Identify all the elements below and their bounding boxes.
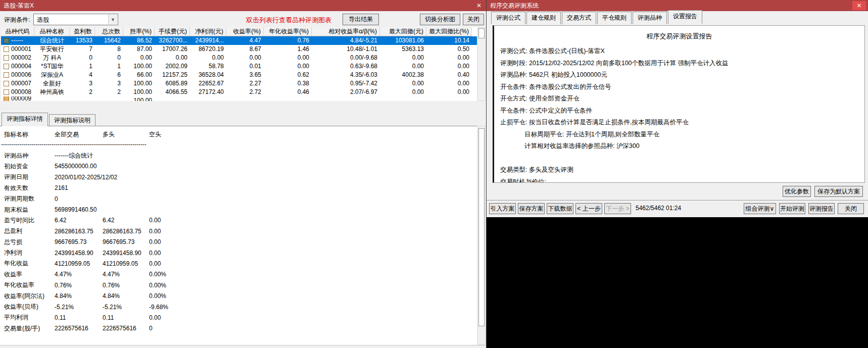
- progress-status: 5462/5462 01:24: [636, 205, 681, 212]
- table-cell: 10.14: [426, 36, 472, 45]
- column-header-11[interactable]: 最大回撤(元): [380, 27, 426, 36]
- report-line: 计算相对收益率选择的参照品种: 沪深300: [500, 140, 858, 153]
- import-plan-button[interactable]: 引入方案: [489, 203, 516, 214]
- details-panel: 指标名称全部交易多头空头 ---------------------------…: [0, 126, 477, 345]
- tab-建仓规则[interactable]: 建仓规则: [526, 12, 561, 24]
- report-line: 开仓方式: 使用全部资金开仓: [500, 93, 858, 105]
- details-row: 净利润243991458.90243991458.900.00: [0, 247, 477, 258]
- table-row[interactable]: 000004*ST国华11100.002002.0958.780.010.000…: [1, 62, 477, 71]
- details-value: 总亏损: [4, 238, 55, 246]
- table-cell: [190, 96, 226, 101]
- details-value: 4.47%: [103, 271, 149, 278]
- table-row[interactable]: 000006深振业A4666.0012157.2536528.043.650.6…: [1, 71, 477, 79]
- summary-icon: [4, 38, 9, 43]
- left-close-icon[interactable]: ✕: [476, 0, 481, 11]
- table-cell: 0: [95, 54, 123, 62]
- table-cell: 3.65: [226, 71, 264, 79]
- column-header-4[interactable]: 总次数: [95, 27, 123, 36]
- details-value: 0: [55, 195, 103, 203]
- table-cell: 8: [95, 45, 123, 54]
- table-cell: 100.00: [123, 62, 155, 71]
- results-table-body: ------综合统计135331564286.523262700...24399…: [1, 36, 477, 101]
- details-vertical-scrollbar[interactable]: [477, 126, 486, 345]
- prev-step-button[interactable]: < 上一步: [575, 203, 602, 214]
- table-cell: 4002.38: [380, 71, 426, 79]
- left-titlebar[interactable]: 选股-落雷X ✕: [0, 0, 486, 11]
- table-cell: 0.00: [426, 79, 472, 88]
- details-value: 9667695.73: [103, 238, 149, 245]
- optimize-params-button[interactable]: 优化参数: [783, 186, 811, 197]
- tab-平仓规则[interactable]: 平仓规则: [597, 12, 632, 24]
- column-header-7[interactable]: 净利润(元): [190, 27, 226, 36]
- details-value: 0.00%: [149, 282, 195, 289]
- tab-设置报告[interactable]: 设置报告: [668, 10, 702, 24]
- column-header-10[interactable]: 相对收益率α/β(%): [312, 27, 380, 36]
- save-as-default-button[interactable]: 保存为默认方案: [814, 186, 863, 197]
- table-cell: 103081.06: [380, 36, 426, 45]
- table-cell: 0.00: [190, 54, 226, 62]
- eval-report-button[interactable]: 评测报告: [808, 203, 835, 214]
- details-row: 总盈利286286163.75286286163.750.00: [0, 226, 477, 236]
- switch-analysis-chart-button[interactable]: 切换分析图: [420, 14, 460, 25]
- tab-评测品种[interactable]: 评测品种: [633, 12, 667, 24]
- tab-评测指标详情[interactable]: 评测指标详情: [2, 113, 48, 126]
- column-header-9[interactable]: 年化收益率(%): [264, 27, 312, 36]
- chevron-down-icon[interactable]: ▼: [108, 15, 117, 24]
- details-horizontal-scrollbar[interactable]: [0, 345, 486, 348]
- stock-icon: [4, 46, 9, 52]
- column-header-1[interactable]: 品种代码: [1, 27, 34, 36]
- table-row[interactable]: 000007全新好33100.006085.8922652.672.270.38…: [1, 79, 477, 88]
- table-cell: 86720.19: [190, 45, 226, 54]
- table-vertical-scrollbar[interactable]: [477, 27, 486, 101]
- details-tabstrip: 评测指标详情评测指标说明: [2, 114, 97, 126]
- table-row[interactable]: 000009100.00: [1, 96, 477, 101]
- condition-combobox[interactable]: 选股 ▼: [33, 14, 118, 25]
- save-plan-button[interactable]: 保存方案: [518, 203, 545, 214]
- download-data-button[interactable]: 下载数据: [547, 203, 573, 214]
- table-cell: 4: [70, 71, 95, 79]
- table-cell: 2002.09: [155, 62, 190, 71]
- table-cell: 0.00: [380, 88, 426, 96]
- report-line: [500, 153, 858, 165]
- table-scrollbar-thumb[interactable]: [478, 28, 485, 38]
- stock-code: 000006: [11, 71, 31, 79]
- column-header-2[interactable]: 品种名称: [34, 27, 70, 36]
- start-eval-button[interactable]: 开始评测: [779, 203, 805, 214]
- table-cell: 0.00: [380, 62, 426, 71]
- combined-eval-button[interactable]: 组合评测∨: [744, 203, 776, 214]
- export-results-button[interactable]: 导出结果: [343, 14, 379, 25]
- right-titlebar[interactable]: 程序交易评测系统 ✕: [487, 0, 868, 11]
- table-row[interactable]: 000001平安银行7887.0017007.2686720.198.671.4…: [1, 45, 477, 54]
- right-close-dialog-button[interactable]: 关闭: [838, 203, 864, 214]
- table-cell: 2.72: [226, 88, 264, 96]
- table-row[interactable]: ------综合统计135331564286.523262700...24399…: [1, 36, 477, 45]
- details-value: 5455000000.00: [55, 163, 103, 170]
- table-cell: 87.00: [123, 45, 155, 54]
- right-close-button[interactable]: ✕: [852, 1, 866, 10]
- table-row[interactable]: 000002万 科A000.000.000.000.000.000.00/-9.…: [1, 54, 477, 62]
- details-value: 4.47%: [55, 271, 103, 278]
- stock-code: 000001: [11, 45, 31, 54]
- tab-评测公式[interactable]: 评测公式: [491, 12, 525, 24]
- tab-评测指标说明[interactable]: 评测指标说明: [49, 114, 95, 127]
- column-header-6[interactable]: 手续费(元): [155, 27, 190, 36]
- details-value: 交易量(股/手): [4, 324, 55, 333]
- table-cell: 3: [70, 79, 95, 88]
- tab-交易方式[interactable]: 交易方式: [562, 12, 596, 24]
- column-header-8[interactable]: 收益率(%): [226, 27, 264, 36]
- column-header-5[interactable]: 胜率(%): [123, 27, 155, 36]
- table-cell: 4.35/-6.03: [312, 71, 380, 79]
- table-cell: [226, 96, 264, 101]
- details-scrollbar-thumb[interactable]: [478, 128, 485, 326]
- details-value: 0.11: [55, 314, 103, 321]
- column-header-3[interactable]: 盈利数: [70, 27, 95, 36]
- details-column-header: 多头: [103, 130, 149, 139]
- table-cell: ------: [1, 36, 34, 45]
- column-header-12[interactable]: 最大回撤比(%): [426, 27, 472, 36]
- table-cell: 58.78: [190, 62, 226, 71]
- divider: [487, 200, 868, 201]
- details-value: 总盈利: [4, 227, 55, 235]
- results-table-header: 品种代码品种名称盈利数总次数胜率(%)手续费(元)净利润(元)收益率(%)年化收…: [1, 27, 477, 36]
- table-row[interactable]: 000008神州高铁22100.004066.5527172.402.720.4…: [1, 88, 477, 96]
- left-close-button[interactable]: 关闭: [463, 14, 484, 25]
